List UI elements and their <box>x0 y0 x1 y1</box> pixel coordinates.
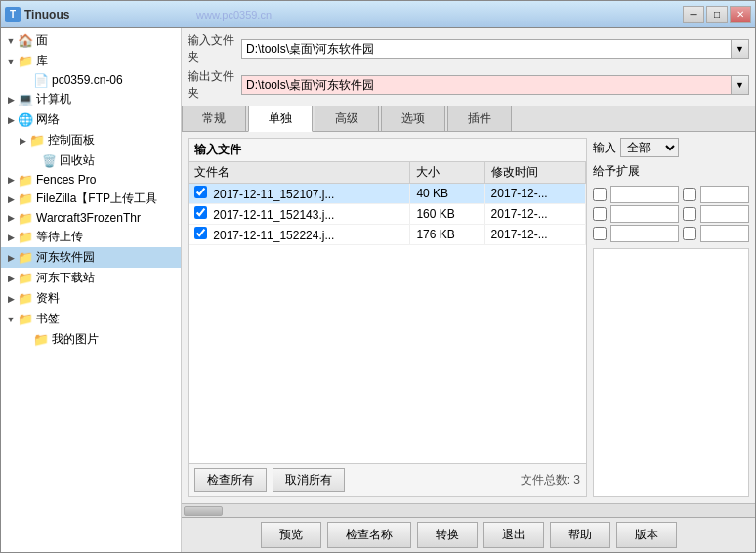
expander-icon-13: ▶ <box>5 293 17 305</box>
sidebar-label-10: 等待上传 <box>36 229 83 245</box>
file-checkbox-1[interactable] <box>194 206 207 219</box>
tab-single[interactable]: 单独 <box>248 106 313 132</box>
tab-options[interactable]: 选项 <box>381 106 445 131</box>
pc-icon: 📄 <box>33 73 49 87</box>
maximize-button[interactable]: □ <box>706 6 728 23</box>
sidebar-item-10[interactable]: ▶ 📁 等待上传 <box>1 227 181 247</box>
table-row: 2017-12-11_152107.j... 40 KB 2017-12-... <box>189 184 586 204</box>
tab-advanced[interactable]: 高级 <box>315 106 379 131</box>
sidebar: ▼ 🏠 面 ▼ 📁 库 📄 pc0359.cn-06 ▶ 💻 计算机 ▶ <box>1 28 182 552</box>
material-icon: 📁 <box>18 292 33 306</box>
minimize-button[interactable]: ─ <box>683 6 704 23</box>
sidebar-label-9: Warcraft3FrozenThr <box>36 211 141 225</box>
sidebar-label-3: 计算机 <box>36 91 71 107</box>
main-content: ▼ 🏠 面 ▼ 📁 库 📄 pc0359.cn-06 ▶ 💻 计算机 ▶ <box>1 28 755 552</box>
window-controls: ─ □ ✕ <box>683 6 751 23</box>
file-name-0: 2017-12-11_152107.j... <box>213 188 334 201</box>
sidebar-item-0[interactable]: ▼ 🏠 面 <box>1 30 181 51</box>
expander-icon-14: ▼ <box>5 314 17 325</box>
ext-row-2 <box>593 225 749 242</box>
input-type-select[interactable]: 全部 JPG PNG BMP <box>620 138 679 157</box>
library-icon: 📁 <box>18 55 33 68</box>
mypics-icon: 📁 <box>33 333 49 347</box>
sidebar-item-2[interactable]: 📄 pc0359.cn-06 <box>1 71 181 89</box>
sidebar-label-2: pc0359.cn-06 <box>52 73 123 87</box>
fences-icon: 📁 <box>18 173 33 187</box>
input-path-field[interactable] <box>241 39 732 59</box>
ext-checkbox-1b[interactable] <box>683 207 696 221</box>
close-button[interactable]: ✕ <box>730 6 751 23</box>
expander-icon-5: ▶ <box>17 135 28 147</box>
file-name-cell: 2017-12-11_152224.j... <box>189 225 410 245</box>
tab-general[interactable]: 常规 <box>182 106 246 131</box>
sidebar-item-3[interactable]: ▶ 💻 计算机 <box>1 89 181 109</box>
help-button[interactable]: 帮助 <box>550 522 610 548</box>
sidebar-label-6: 回收站 <box>60 152 95 169</box>
sidebar-item-14[interactable]: ▼ 📁 书签 <box>1 309 181 329</box>
check-name-button[interactable]: 检查名称 <box>327 522 411 548</box>
version-button[interactable]: 版本 <box>616 522 677 548</box>
ext-input-1b[interactable] <box>700 205 749 223</box>
sidebar-item-13[interactable]: ▶ 📁 资料 <box>1 288 181 309</box>
sidebar-item-9[interactable]: ▶ 📁 Warcraft3FrozenThr <box>1 209 181 227</box>
ext-input-2b[interactable] <box>700 225 749 242</box>
sidebar-item-11[interactable]: ▶ 📁 河东软件园 <box>1 247 181 268</box>
table-row: 2017-12-11_152143.j... 160 KB 2017-12-..… <box>189 204 586 225</box>
sidebar-item-4[interactable]: ▶ 🌐 网络 <box>1 109 181 130</box>
file-checkbox-2[interactable] <box>194 227 207 239</box>
expander-icon-15 <box>21 334 32 346</box>
ext-input-2a[interactable] <box>610 225 679 242</box>
hedong-icon: 📁 <box>18 251 33 265</box>
ext-input-0a[interactable] <box>610 186 679 203</box>
filezilla-icon: 📁 <box>18 192 33 206</box>
sidebar-item-6[interactable]: 🗑️ 回收站 <box>1 150 181 171</box>
file-modified-1: 2017-12-... <box>484 204 585 225</box>
input-path-dropdown[interactable]: ▼ <box>732 39 749 59</box>
file-checkbox-0[interactable] <box>194 186 207 198</box>
col-modified: 修改时间 <box>484 162 585 184</box>
ext-input-0b[interactable] <box>700 186 749 203</box>
sidebar-item-5[interactable]: ▶ 📁 控制面板 <box>1 130 181 150</box>
check-all-button[interactable]: 检查所有 <box>194 468 267 492</box>
convert-button[interactable]: 转换 <box>417 522 478 548</box>
output-path-dropdown[interactable]: ▼ <box>732 75 749 95</box>
file-name-1: 2017-12-11_152143.j... <box>213 208 334 222</box>
file-size-0: 40 KB <box>410 184 484 204</box>
right-panel: 输入文件夹 ▼ 输出文件夹 ▼ 常规 单独 高级 选项 插件 <box>182 28 755 552</box>
uncheck-all-button[interactable]: 取消所有 <box>273 468 345 492</box>
col-filename: 文件名 <box>189 162 410 184</box>
file-size-2: 176 KB <box>410 225 484 245</box>
app-icon: T <box>5 7 21 22</box>
sidebar-item-8[interactable]: ▶ 📁 FileZilla【FTP上传工具 <box>1 189 181 209</box>
scroll-thumb[interactable] <box>184 506 223 516</box>
sidebar-item-12[interactable]: ▶ 📁 河东下载站 <box>1 268 181 288</box>
ext-checkbox-1[interactable] <box>593 207 607 221</box>
exit-button[interactable]: 退出 <box>483 522 544 548</box>
col-size: 大小 <box>410 162 484 184</box>
sidebar-label-15: 我的图片 <box>52 331 99 348</box>
sidebar-item-7[interactable]: ▶ 📁 Fences Pro <box>1 171 181 189</box>
output-preview <box>593 248 749 497</box>
ext-checkbox-0[interactable] <box>593 188 607 201</box>
sidebar-label-11: 河东软件园 <box>36 249 95 266</box>
sidebar-label-12: 河东下载站 <box>36 270 95 286</box>
output-path-field[interactable] <box>241 75 732 95</box>
ext-input-1a[interactable] <box>610 205 679 223</box>
input-path-row: 输入文件夹 ▼ <box>188 32 749 65</box>
preview-button[interactable]: 预览 <box>261 522 321 548</box>
input-type-row: 输入 全部 JPG PNG BMP <box>593 138 749 157</box>
tab-plugins[interactable]: 插件 <box>447 106 512 131</box>
file-count-value: 3 <box>573 473 580 487</box>
sidebar-item-1[interactable]: ▼ 📁 库 <box>1 51 181 71</box>
trash-icon: 🗑️ <box>41 154 57 168</box>
file-list-header: 输入文件 <box>189 139 586 162</box>
sidebar-label-1: 库 <box>36 53 48 69</box>
ext-checkbox-2b[interactable] <box>683 227 696 240</box>
sidebar-item-15[interactable]: 📁 我的图片 <box>1 329 181 350</box>
ext-checkbox-2[interactable] <box>593 227 607 240</box>
ext-checkbox-0b[interactable] <box>683 188 696 201</box>
tabs-bar: 常规 单独 高级 选项 插件 <box>182 106 755 132</box>
file-size-1: 160 KB <box>410 204 484 225</box>
horizontal-scrollbar[interactable] <box>182 503 755 517</box>
file-actions: 检查所有 取消所有 文件总数: 3 <box>189 463 586 496</box>
